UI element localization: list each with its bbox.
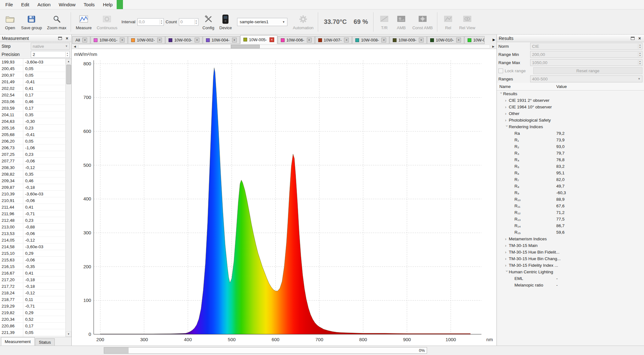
- table-row[interactable]: 210,91-0,06: [0, 197, 65, 204]
- tab-scrollbar-thumb[interactable]: [231, 45, 260, 48]
- tree-item-r[interactable]: R₁₀88,9: [497, 196, 644, 203]
- tree-item-r[interactable]: R₉-60,3: [497, 189, 644, 196]
- table-row[interactable]: 199,93-3,60e-03: [0, 59, 65, 65]
- interval-spinner[interactable]: ▴▾: [160, 19, 162, 25]
- tab-close-icon[interactable]: ×: [195, 38, 199, 42]
- table-row[interactable]: 207,77-0,06: [0, 158, 65, 164]
- tree-item-r[interactable]: R₆95,1: [497, 170, 644, 176]
- chevron-right-icon[interactable]: ›: [505, 112, 509, 116]
- float-panel-button[interactable]: [58, 36, 63, 41]
- table-row[interactable]: 208,30-0,12: [0, 164, 65, 171]
- table-row[interactable]: 205,160,23: [0, 125, 65, 131]
- tab-10w-004[interactable]: 10W-004-×: [203, 36, 240, 44]
- tree-item-r[interactable]: R₅83,2: [497, 163, 644, 170]
- chevron-right-icon[interactable]: ›: [505, 98, 509, 102]
- menu-file[interactable]: File: [1, 0, 17, 9]
- tree-item-rendering-indices[interactable]: ›Rendering Indices: [497, 123, 644, 130]
- tab-10w-011[interactable]: 10W-011-×: [464, 36, 485, 44]
- menu-action[interactable]: Action: [33, 0, 55, 9]
- series-select[interactable]: sample-series1 ▼: [237, 18, 287, 26]
- automation-button[interactable]: Automation: [291, 11, 316, 33]
- step-select[interactable]: native ▼: [31, 43, 70, 50]
- norm-select[interactable]: CIE ▴▾: [530, 43, 642, 50]
- chevron-right-icon[interactable]: ›: [505, 237, 509, 241]
- tab-close-icon[interactable]: ×: [232, 38, 237, 42]
- chart-canvas[interactable]: 0100200300400500600700800200300400500600…: [72, 49, 497, 346]
- tab-close-icon[interactable]: ×: [82, 38, 87, 42]
- tab-close-icon[interactable]: ×: [419, 38, 424, 42]
- table-row[interactable]: 202,020,41: [0, 85, 65, 92]
- tree-item-r[interactable]: R₁₂71,2: [497, 209, 644, 216]
- tab-10w-007[interactable]: 10W-007-×: [315, 36, 352, 44]
- table-row[interactable]: 214,05-0,12: [0, 237, 65, 243]
- tree-item-r[interactable]: R₂93,0: [497, 143, 644, 150]
- continuous-button[interactable]: Continuous: [94, 11, 119, 33]
- tab-10w-006[interactable]: 10W-006-×: [278, 36, 315, 44]
- lock-range-checkbox[interactable]: [498, 68, 503, 73]
- rel-button[interactable]: Rel: [440, 11, 456, 33]
- tab-all[interactable]: All×: [72, 36, 90, 44]
- tree-item-r[interactable]: R₁73,9: [497, 137, 644, 143]
- tab-10w-008[interactable]: 10W-008-×: [352, 36, 389, 44]
- tree-item-r[interactable]: R₈49,7: [497, 183, 644, 189]
- tree-item-metamerism-indices[interactable]: ›Metamerism Indices: [497, 236, 644, 242]
- table-row[interactable]: 221,390,05: [0, 329, 65, 336]
- table-row[interactable]: 207,250,23: [0, 151, 65, 158]
- tree-item-r[interactable]: R₁₅59,6: [497, 229, 644, 236]
- tree-item-cie-1964-10-observer[interactable]: ›CIE 1964 10° observer: [497, 104, 644, 110]
- table-row[interactable]: 216,670,41: [0, 270, 65, 276]
- table-row[interactable]: 203,060,46: [0, 98, 65, 105]
- float-panel-button[interactable]: [630, 36, 635, 41]
- scrollbar-thumb[interactable]: [66, 65, 71, 84]
- chevron-right-icon[interactable]: ›: [505, 243, 509, 248]
- tab-close-icon[interactable]: ×: [381, 38, 386, 42]
- table-row[interactable]: 220,860,17: [0, 323, 65, 329]
- scrollbar-track[interactable]: [66, 64, 71, 331]
- tree-item-tm-30-15-main[interactable]: ›TM-30-15 Main: [497, 242, 644, 249]
- table-row[interactable]: 209,340,46: [0, 178, 65, 184]
- tree-item-ra[interactable]: Ra79,2: [497, 130, 644, 137]
- table-row[interactable]: 215,100,29: [0, 250, 65, 257]
- table-row[interactable]: 212,480,23: [0, 217, 65, 224]
- scroll-down-icon[interactable]: ▼: [66, 331, 71, 337]
- reset-range-button[interactable]: Reset range: [533, 67, 642, 74]
- scroll-up-icon[interactable]: ▲: [66, 59, 71, 64]
- tree-item-r[interactable]: R₃79,7: [497, 150, 644, 156]
- tree-item-tm-30-15-hue-bin-chang[interactable]: ›TM-30-15 Hue Bin Chang...: [497, 255, 644, 262]
- tree-item-r[interactable]: R₁₃77,5: [497, 216, 644, 222]
- open-button[interactable]: Open: [2, 11, 18, 33]
- table-row[interactable]: 218,770,11: [0, 296, 65, 303]
- tree-item-tm-30-15-hue-bin-fidelit[interactable]: ›TM-30-15 Hue Bin Fidelit...: [497, 249, 644, 255]
- table-row[interactable]: 216,15-0,35: [0, 263, 65, 270]
- tab-close-icon[interactable]: ×: [157, 38, 162, 42]
- table-row[interactable]: 220,340,52: [0, 316, 65, 323]
- scroll-left-icon[interactable]: ◀: [72, 44, 78, 49]
- table-row[interactable]: 208,820,35: [0, 171, 65, 178]
- tab-scrollbar-track[interactable]: [78, 45, 490, 48]
- close-panel-button[interactable]: ×: [64, 36, 69, 41]
- tree-item-tm-30-15-fidelity-index[interactable]: ›TM-30-15 Fidelity Index ...: [497, 262, 644, 269]
- table-row[interactable]: 217,72-0,18: [0, 283, 65, 290]
- norm-spinner[interactable]: ▴▾: [638, 44, 641, 49]
- range-max-spinner[interactable]: ▴▾: [638, 60, 641, 65]
- table-row[interactable]: 200,450,05: [0, 65, 65, 72]
- table-row[interactable]: 211,96-0,71: [0, 210, 65, 217]
- table-row[interactable]: 206,200,05: [0, 138, 65, 145]
- save-group-button[interactable]: Save group: [19, 11, 44, 33]
- tab-close-icon[interactable]: ×: [307, 38, 312, 42]
- count-input[interactable]: 0 ▴▾: [179, 18, 198, 26]
- table-row[interactable]: 214,58-3,60e-03: [0, 243, 65, 250]
- tree-item-photobiological-safety[interactable]: ›Photobiological Safety: [497, 117, 644, 123]
- tab-overflow-arrow-icon[interactable]: ▶: [493, 38, 495, 42]
- zoom-max-button[interactable]: Zoom max: [45, 11, 69, 33]
- interval-input[interactable]: 0,0 ▴▾: [137, 18, 164, 26]
- chevron-right-icon[interactable]: ›: [505, 250, 509, 254]
- tab-close-icon[interactable]: ×: [456, 38, 461, 42]
- tree-item-r[interactable]: R₄76,8: [497, 156, 644, 163]
- chevron-right-icon[interactable]: ›: [505, 257, 509, 261]
- close-panel-button[interactable]: ×: [637, 36, 642, 41]
- tab-10w-005[interactable]: 10W-005-×: [240, 35, 277, 44]
- tab-10w-001[interactable]: 10W-001-×: [91, 36, 128, 44]
- table-row[interactable]: 211,440,41: [0, 204, 65, 210]
- rel-view-button[interactable]: Rel View: [457, 11, 477, 33]
